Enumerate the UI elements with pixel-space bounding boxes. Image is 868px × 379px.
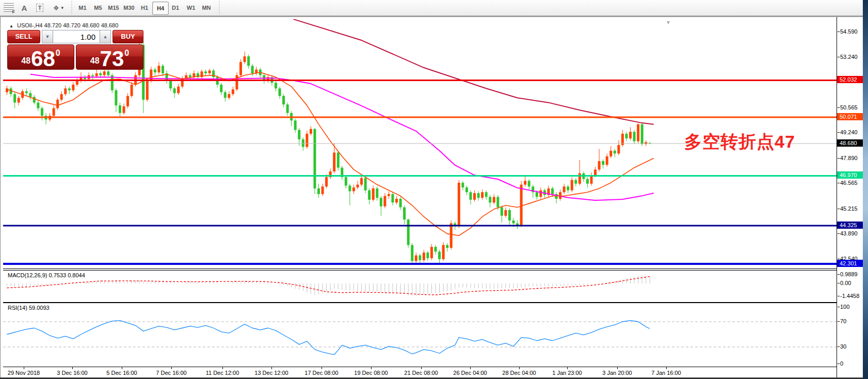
price-axis-label: 50.565 xyxy=(840,104,858,110)
timeframe-button-M30[interactable]: M30 xyxy=(121,2,137,14)
macd-axis-label: 0.00 xyxy=(840,280,851,286)
time-axis-tick xyxy=(371,367,372,369)
fibonacci-icon: F xyxy=(4,3,14,12)
desktop-background-strip xyxy=(863,0,868,379)
timeframe-button-MN[interactable]: MN xyxy=(199,2,214,14)
one-click-trading-panel: SELL ▼ ▲ BUY 48 68 0 48 73 0 xyxy=(7,30,143,70)
time-axis-label: 3 Jan 20:00 xyxy=(602,370,632,376)
volume-down-button[interactable]: ▼ xyxy=(42,30,53,43)
text-tool-button[interactable]: A xyxy=(18,2,31,14)
chart-window: ▲ USOil-,H4 48.720 48.720 48.680 48.680 … xyxy=(0,16,864,378)
arrows-tool-button[interactable]: ❖ ▾ xyxy=(49,2,68,14)
macd-label: MACD(12,26,9) 0.7533 0.8044 xyxy=(8,272,85,278)
price-badge-48.680: 48.680 xyxy=(837,139,864,147)
toolbar: F A T ❖ ▾ M1M5M15M30H1H4D1W1MN xyxy=(0,0,863,16)
time-axis-label: 26 Dec 04:00 xyxy=(453,370,487,376)
rsi-chart xyxy=(3,303,837,367)
rsi-axis-label: 30 xyxy=(840,343,846,350)
time-axis-label: 1 Jan 23:00 xyxy=(552,370,582,376)
sell-button[interactable]: SELL xyxy=(7,30,40,43)
time-axis-tick xyxy=(617,367,618,369)
time-axis-tick xyxy=(421,367,422,369)
label-tool-button[interactable]: T xyxy=(33,2,46,14)
chevron-down-icon: ▾ xyxy=(61,5,64,10)
macd-axis-label: -1.4458 xyxy=(840,293,859,299)
time-axis-tick xyxy=(171,367,172,369)
time-axis-label: 21 Dec 08:00 xyxy=(404,370,438,376)
sell-price-sup: 0 xyxy=(56,49,60,58)
time-axis-label: 29 Nov 2018 xyxy=(8,370,40,376)
quote-text: USOil-,H4 48.720 48.720 48.680 48.680 xyxy=(17,22,118,28)
price-axis-label: 49.240 xyxy=(840,129,858,135)
chart-annotation-text: 多空转折点47 xyxy=(684,130,795,154)
macd-chart xyxy=(3,271,837,302)
time-axis-tick xyxy=(271,367,272,369)
buy-price-big: 73 xyxy=(100,49,124,69)
price-badge-46.970: 46.970 xyxy=(837,171,864,179)
rsi-axis-label: 100 xyxy=(840,304,849,310)
timeframe-button-M5[interactable]: M5 xyxy=(90,2,106,14)
macd-panel[interactable]: MACD(12,26,9) 0.7533 0.8044 xyxy=(3,270,837,303)
rsi-panel[interactable]: RSI(14) 59.0093 xyxy=(3,303,837,367)
time-axis-label: 7 Jan 16:00 xyxy=(651,370,681,376)
sell-price-big: 68 xyxy=(31,49,55,69)
price-axis-label: 53.240 xyxy=(840,54,858,60)
time-axis-label: 5 Dec 16:00 xyxy=(106,370,137,376)
time-axis-label: 17 Dec 08:00 xyxy=(304,370,338,376)
time-axis-tick xyxy=(222,367,223,369)
time-axis-tick xyxy=(322,367,322,369)
timeframe-button-W1[interactable]: W1 xyxy=(183,2,199,14)
price-axis-label: 45.215 xyxy=(840,206,858,212)
timeframe-button-M15[interactable]: M15 xyxy=(106,2,121,14)
price-axis-label: 46.565 xyxy=(840,180,858,186)
price-axis-label: 54.590 xyxy=(840,28,858,35)
time-axis-label: 3 Dec 16:00 xyxy=(57,370,87,376)
fibonacci-tool-button[interactable]: F xyxy=(2,2,15,14)
time-axis-tick xyxy=(666,367,667,369)
timeframe-button-H4[interactable]: H4 xyxy=(152,2,169,15)
buy-price-small: 48 xyxy=(90,56,100,66)
time-axis-label: 19 Dec 08:00 xyxy=(354,370,388,376)
text-a-icon: A xyxy=(22,4,27,12)
time-axis-tick xyxy=(72,367,73,369)
arrows-icon: ❖ xyxy=(53,4,60,12)
chart-shift-marker-icon[interactable]: ▼ xyxy=(666,20,671,25)
price-badge-44.325: 44.325 xyxy=(837,222,864,229)
time-axis-label: 28 Dec 04:00 xyxy=(502,370,536,376)
toolbar-separator xyxy=(219,1,220,14)
time-axis-tick xyxy=(567,367,568,369)
time-axis-label: 11 Dec 12:00 xyxy=(206,370,239,376)
price-badge-52.032: 52.032 xyxy=(837,76,864,83)
time-axis-tick xyxy=(24,367,24,369)
time-axis[interactable]: 29 Nov 20183 Dec 16:005 Dec 16:007 Dec 1… xyxy=(3,367,837,378)
rsi-axis-label: 0 xyxy=(840,360,843,367)
quote-header: ▲ USOil-,H4 48.720 48.720 48.680 48.680 xyxy=(9,22,118,28)
sell-price-button[interactable]: 48 68 0 xyxy=(7,44,74,70)
rsi-label: RSI(14) 59.0093 xyxy=(8,305,50,311)
text-label-icon: T xyxy=(36,4,44,12)
time-axis-tick xyxy=(470,367,471,369)
main-chart-canvas[interactable]: ▲ USOil-,H4 48.720 48.720 48.680 48.680 … xyxy=(3,19,837,269)
price-badge-50.071: 50.071 xyxy=(837,113,864,120)
volume-up-button[interactable]: ▲ xyxy=(100,30,111,43)
rsi-axis-label: 70 xyxy=(840,318,846,324)
time-axis-tick xyxy=(519,367,520,369)
buy-button[interactable]: BUY xyxy=(112,30,143,43)
time-axis-tick xyxy=(122,367,122,369)
sell-price-small: 48 xyxy=(21,56,30,66)
macd-axis-label: 0.9889 xyxy=(840,271,858,277)
buy-price-button[interactable]: 48 73 0 xyxy=(76,44,143,70)
price-axis-label: 47.890 xyxy=(840,155,858,161)
toolbar-separator xyxy=(71,1,72,14)
volume-input[interactable] xyxy=(53,30,100,43)
price-badge-42.301: 42.301 xyxy=(837,260,864,267)
timeframe-button-M1[interactable]: M1 xyxy=(75,2,90,14)
collapse-triangle-icon: ▲ xyxy=(9,24,13,28)
timeframe-button-H1[interactable]: H1 xyxy=(137,2,152,14)
buy-price-sup: 0 xyxy=(124,49,129,58)
price-axis-label: 43.890 xyxy=(840,230,858,236)
time-axis-label: 13 Dec 12:00 xyxy=(254,370,288,376)
timeframe-button-D1[interactable]: D1 xyxy=(168,2,183,14)
time-axis-label: 7 Dec 16:00 xyxy=(156,370,186,376)
price-axis[interactable]: 54.59053.24050.56549.24047.89046.56545.2… xyxy=(837,17,864,378)
